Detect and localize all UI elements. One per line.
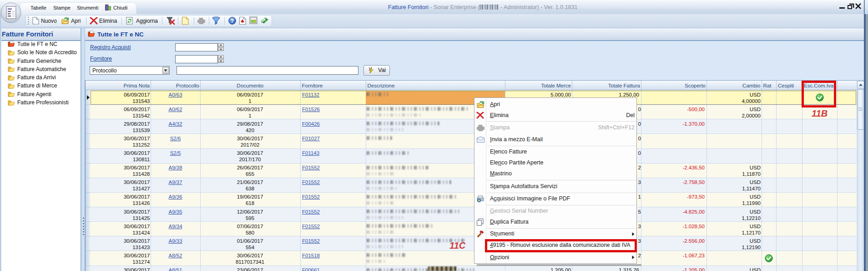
- svg-text:?: ?: [231, 18, 234, 24]
